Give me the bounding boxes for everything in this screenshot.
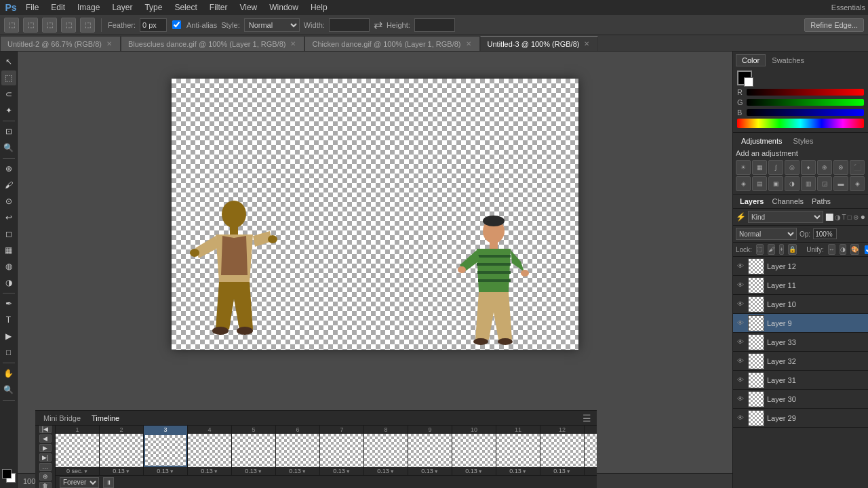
doc-tab-1[interactable]: Untitled-2 @ 66.7% (RGB/8) ✕: [0, 36, 121, 51]
unify-style[interactable]: 🎨: [850, 244, 859, 255]
height-input[interactable]: [414, 18, 455, 32]
selective-color-icon[interactable]: ◈: [850, 176, 865, 191]
menu-edit[interactable]: Edit: [45, 1, 71, 14]
channel-mixer-icon[interactable]: ▤: [752, 176, 767, 191]
menu-type[interactable]: Type: [139, 1, 167, 14]
layer-item[interactable]: 👁Layer 10: [733, 295, 868, 314]
layer-item[interactable]: 👁Layer 29: [733, 409, 868, 428]
menu-window[interactable]: Window: [264, 1, 304, 14]
hsl-icon[interactable]: ⊕: [817, 160, 832, 175]
move-tool[interactable]: ↖: [1, 54, 16, 69]
width-input[interactable]: [329, 18, 370, 32]
gradient-map-icon[interactable]: ▬: [833, 176, 848, 191]
g-slider[interactable]: [747, 99, 864, 106]
dodge-tool[interactable]: ◑: [1, 275, 16, 290]
menu-layer[interactable]: Layer: [106, 1, 138, 14]
layer-visibility-icon[interactable]: 👁: [736, 300, 745, 309]
layer-item[interactable]: 👁Layer 30: [733, 390, 868, 409]
layer-item[interactable]: 👁Layer 11: [733, 276, 868, 295]
marquee-sub-tool3[interactable]: ⬚: [61, 18, 76, 33]
frame-item[interactable]: 40.13▼: [188, 426, 232, 475]
frame-item[interactable]: 20.13▼: [100, 426, 144, 475]
marquee-tool-icon[interactable]: ⬚: [4, 18, 19, 33]
menu-filter[interactable]: Filter: [204, 1, 233, 14]
unify-checkbox[interactable]: [865, 245, 868, 254]
frame-item[interactable]: 100.13▼: [452, 426, 496, 475]
lasso-tool[interactable]: ⊂: [1, 87, 16, 102]
color-balance-icon[interactable]: ⊗: [833, 160, 848, 175]
paths-tab[interactable]: Paths: [809, 197, 833, 206]
menu-file[interactable]: File: [20, 1, 44, 14]
frame-item[interactable]: 10 sec.▼: [56, 426, 100, 475]
color-lookup-icon[interactable]: ▣: [768, 176, 783, 191]
unify-pos[interactable]: ↔: [828, 244, 835, 255]
lock-image[interactable]: 🖌: [768, 244, 775, 255]
levels-icon[interactable]: ▦: [752, 160, 767, 175]
exposure-icon[interactable]: ◎: [785, 160, 800, 175]
doc-tab-3[interactable]: Chicken dance.gif @ 100% (Layer 1, RGB/8…: [304, 36, 479, 51]
threshold-icon[interactable]: ◲: [817, 176, 832, 191]
fg-color-swatch[interactable]: [737, 70, 752, 85]
frame-item[interactable]: 50.13▼: [232, 426, 276, 475]
smart-filter[interactable]: ⊛: [853, 214, 859, 221]
zoom-tool[interactable]: 🔍: [1, 382, 16, 397]
marquee-tool[interactable]: ⬚: [1, 70, 16, 85]
tab2-close[interactable]: ✕: [289, 40, 297, 47]
kind-select[interactable]: Kind Name Effect Mode Attribute Color Sm…: [748, 211, 823, 223]
play-stop-btn[interactable]: ⏸: [103, 477, 114, 488]
blur-tool[interactable]: ◍: [1, 259, 16, 274]
menu-image[interactable]: Image: [72, 1, 105, 14]
frame-item[interactable]: 90.13▼: [408, 426, 452, 475]
channels-tab[interactable]: Channels: [769, 197, 806, 206]
r-slider[interactable]: [747, 89, 864, 96]
layer-item[interactable]: 👁Layer 33: [733, 333, 868, 352]
layer-item[interactable]: 👁Layer 9: [733, 314, 868, 333]
shape-tool[interactable]: □: [1, 345, 16, 360]
adjustments-tab[interactable]: Adjustments: [736, 136, 788, 146]
mini-bridge-tab[interactable]: Mini Bridge: [41, 413, 83, 424]
blend-mode-select[interactable]: Normal Dissolve Multiply Screen Overlay: [736, 228, 797, 240]
magic-wand-tool[interactable]: ✦: [1, 103, 16, 118]
brightness-contrast-icon[interactable]: ☀: [736, 160, 751, 175]
swap-icon[interactable]: ⇄: [374, 18, 382, 31]
gradient-tool[interactable]: ▦: [1, 243, 16, 258]
layer-visibility-icon[interactable]: 👁: [736, 338, 745, 347]
spot-heal-tool[interactable]: ⊕: [1, 161, 16, 176]
style-select[interactable]: Normal Fixed Ratio Fixed Size: [244, 18, 300, 32]
eyedropper-tool[interactable]: 🔍: [1, 140, 16, 155]
bw-icon[interactable]: ⬛: [850, 160, 865, 175]
eraser-tool[interactable]: ◻: [1, 226, 16, 241]
frame-item[interactable]: 120.13▼: [540, 426, 585, 475]
lock-all[interactable]: 🔒: [788, 244, 797, 255]
menu-select[interactable]: Select: [169, 1, 202, 14]
styles-tab[interactable]: Styles: [788, 136, 819, 146]
tab1-close[interactable]: ✕: [105, 40, 113, 47]
refine-edge-button[interactable]: Refine Edge...: [804, 18, 864, 32]
panel-menu-icon[interactable]: ☰: [583, 413, 591, 424]
frame-item[interactable]: 70.13▼: [320, 426, 364, 475]
color-tab[interactable]: Color: [736, 54, 766, 66]
type-filter[interactable]: T: [842, 214, 846, 221]
menu-view[interactable]: View: [234, 1, 262, 14]
vibrance-icon[interactable]: ♦: [801, 160, 816, 175]
doc-tab-4[interactable]: Untitled-3 @ 100% (RGB/8) ✕: [480, 36, 599, 51]
hand-tool[interactable]: ✋: [1, 366, 16, 381]
bg-color-swatch[interactable]: [744, 77, 753, 87]
lock-transparency[interactable]: ⬚: [756, 244, 764, 255]
next-frame-btn[interactable]: ▶|: [39, 453, 52, 462]
layer-visibility-icon[interactable]: 👁: [736, 262, 745, 271]
frame-item[interactable]: 110.13▼: [496, 426, 540, 475]
layer-visibility-icon[interactable]: 👁: [736, 375, 745, 385]
layer-item[interactable]: 👁Layer 31: [733, 371, 868, 390]
foreground-swatch[interactable]: [2, 469, 12, 479]
path-selection-tool[interactable]: ▶: [1, 329, 16, 344]
feather-input[interactable]: [140, 18, 167, 32]
brush-tool[interactable]: 🖌: [1, 178, 16, 192]
frame-item[interactable]: 80.13▼: [364, 426, 408, 475]
anti-alias-checkbox[interactable]: [172, 20, 181, 29]
play-btn[interactable]: ▶: [39, 444, 52, 452]
posterize-icon[interactable]: ▥: [801, 176, 816, 191]
pixel-filter[interactable]: ⬜: [825, 214, 833, 221]
photo-filter-icon[interactable]: ◈: [736, 176, 751, 191]
fg-bg-swatch[interactable]: [2, 469, 16, 483]
